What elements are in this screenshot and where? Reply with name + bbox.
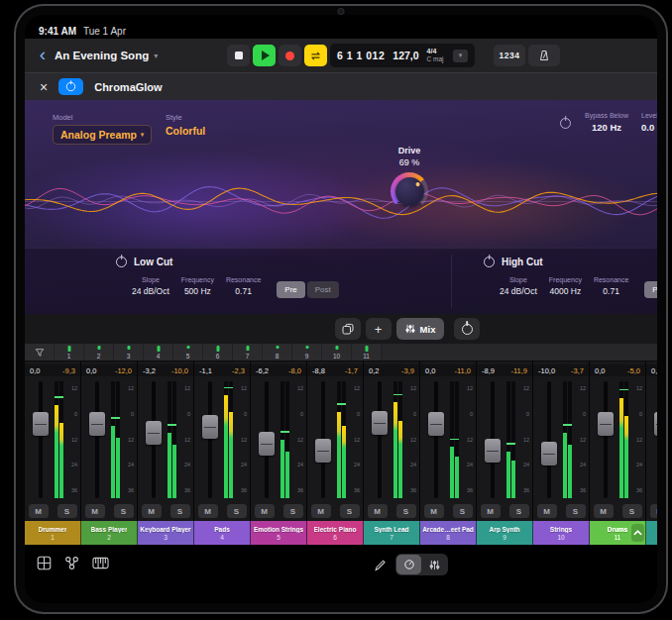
level-control[interactable]: Level 0.0 bbox=[641, 112, 657, 133]
overview-track-4[interactable]: 4 bbox=[144, 344, 173, 361]
solo-button[interactable]: S bbox=[227, 504, 247, 518]
mute-button[interactable]: M bbox=[85, 504, 105, 518]
overview-track-5[interactable]: 5 bbox=[173, 344, 203, 361]
solo-button[interactable]: S bbox=[57, 504, 77, 518]
fader-cap[interactable] bbox=[428, 412, 444, 436]
volume-fader[interactable] bbox=[485, 381, 501, 498]
fader-cap[interactable] bbox=[89, 412, 105, 436]
track-name-7[interactable]: Synth Lead7 bbox=[364, 521, 420, 545]
record-button[interactable] bbox=[279, 45, 301, 66]
fader-cap[interactable] bbox=[598, 412, 614, 436]
model-selector[interactable]: Model Analog Preamp ▾ bbox=[53, 113, 152, 145]
fader-cap[interactable] bbox=[372, 411, 388, 435]
track-name-5[interactable]: Emotion Strings5 bbox=[251, 521, 307, 545]
low-cut-pre-button[interactable]: Pre bbox=[277, 281, 304, 298]
overview-track-10[interactable]: 10 bbox=[322, 344, 352, 361]
volume-fader[interactable] bbox=[541, 381, 557, 498]
cycle-button[interactable] bbox=[304, 45, 327, 66]
track-name-9[interactable]: Arp Synth9 bbox=[477, 521, 533, 545]
fader-cap[interactable] bbox=[654, 412, 657, 436]
fader-cap[interactable] bbox=[315, 439, 331, 463]
plugin-power-button[interactable] bbox=[58, 78, 83, 95]
knob-view-button[interactable] bbox=[396, 555, 421, 574]
track-name-8[interactable]: Arcade…eet Pad8 bbox=[420, 521, 477, 545]
add-track-button[interactable]: + bbox=[366, 318, 392, 340]
track-name-12[interactable]: Chorus V bbox=[646, 521, 657, 545]
chevron-up-icon[interactable] bbox=[631, 524, 644, 542]
lcd-expand-icon[interactable]: ▾ bbox=[453, 50, 468, 62]
count-in-button[interactable]: 1234 bbox=[494, 45, 525, 66]
track-name-1[interactable]: Drummer1 bbox=[25, 521, 81, 545]
high-cut-resonance[interactable]: Resonance 0.71 bbox=[594, 276, 628, 296]
high-cut-slope[interactable]: Slope 24 dB/Oct bbox=[500, 276, 537, 296]
mute-button[interactable]: M bbox=[424, 504, 444, 518]
volume-fader[interactable] bbox=[315, 381, 331, 498]
high-cut-frequency[interactable]: Frequency 4000 Hz bbox=[549, 276, 582, 296]
solo-button[interactable]: S bbox=[453, 504, 473, 518]
volume-fader[interactable] bbox=[89, 381, 105, 498]
fader-cap[interactable] bbox=[541, 442, 557, 465]
solo-button[interactable]: S bbox=[114, 504, 134, 518]
solo-button[interactable]: S bbox=[566, 504, 586, 518]
duplicate-button[interactable] bbox=[335, 318, 361, 340]
volume-fader[interactable] bbox=[428, 381, 444, 498]
close-icon[interactable]: × bbox=[40, 80, 48, 94]
volume-fader[interactable] bbox=[202, 381, 218, 498]
mute-button[interactable]: M bbox=[481, 504, 501, 518]
solo-button[interactable]: S bbox=[396, 504, 416, 518]
track-name-3[interactable]: Keyboard Player3 bbox=[138, 521, 194, 545]
mute-button[interactable]: M bbox=[311, 504, 331, 518]
fader-cap[interactable] bbox=[146, 421, 162, 445]
fader-cap[interactable] bbox=[33, 412, 49, 436]
faders-view-button[interactable] bbox=[422, 555, 447, 574]
bypass-power-icon[interactable] bbox=[560, 118, 571, 129]
stop-button[interactable] bbox=[227, 45, 250, 66]
lcd-display[interactable]: 6 1 1 012 127,0 4/4 C maj ▾ bbox=[330, 44, 475, 67]
solo-button[interactable]: S bbox=[340, 504, 360, 518]
solo-button[interactable]: S bbox=[622, 504, 642, 518]
track-name-10[interactable]: Strings10 bbox=[533, 521, 590, 545]
solo-button[interactable]: S bbox=[283, 504, 303, 518]
solo-button[interactable]: S bbox=[170, 504, 190, 518]
mute-button[interactable]: M bbox=[537, 504, 557, 518]
overview-track-11[interactable]: 11 bbox=[352, 344, 382, 361]
solo-button[interactable]: S bbox=[509, 504, 529, 518]
volume-fader[interactable] bbox=[372, 381, 388, 498]
high-cut-power-icon[interactable] bbox=[484, 257, 495, 267]
mute-button[interactable]: M bbox=[650, 504, 658, 518]
mute-button[interactable]: M bbox=[594, 504, 614, 518]
low-cut-frequency[interactable]: Frequency 500 Hz bbox=[181, 276, 214, 296]
mute-button[interactable]: M bbox=[368, 504, 388, 518]
mute-button[interactable]: M bbox=[142, 504, 162, 518]
bypass-below-control[interactable]: Bypass Below 120 Hz bbox=[578, 112, 635, 133]
overview-track-6[interactable]: 6 bbox=[203, 344, 233, 361]
track-name-11[interactable]: Drums11 bbox=[590, 521, 646, 545]
low-cut-slope[interactable]: Slope 24 dB/Oct bbox=[132, 276, 169, 296]
overview-track-7[interactable]: 7 bbox=[233, 344, 263, 361]
metronome-button[interactable] bbox=[528, 45, 560, 66]
volume-fader[interactable] bbox=[33, 381, 49, 498]
volume-fader[interactable] bbox=[598, 381, 614, 498]
overview-track-8[interactable]: 8 bbox=[263, 344, 292, 361]
mix-button[interactable]: Mix bbox=[396, 318, 445, 340]
filter-button[interactable] bbox=[25, 344, 55, 361]
mute-button[interactable]: M bbox=[255, 504, 275, 518]
mute-button[interactable]: M bbox=[198, 504, 218, 518]
volume-fader[interactable] bbox=[146, 381, 162, 498]
overview-track-2[interactable]: 2 bbox=[84, 344, 114, 361]
track-name-6[interactable]: Electric Piano6 bbox=[307, 521, 364, 545]
keyboard-button[interactable] bbox=[92, 556, 109, 573]
overview-track-1[interactable]: 1 bbox=[55, 344, 84, 361]
mixer-power-button[interactable] bbox=[454, 318, 480, 340]
style-selector[interactable]: Style Colorful bbox=[166, 113, 205, 137]
high-cut-pre-button[interactable]: Pre bbox=[644, 281, 657, 298]
edit-button[interactable] bbox=[374, 559, 387, 571]
back-chevron-icon[interactable]: ‹ bbox=[35, 45, 51, 63]
fader-cap[interactable] bbox=[485, 439, 501, 463]
low-cut-post-button[interactable]: Post bbox=[307, 281, 339, 298]
play-button[interactable] bbox=[253, 45, 276, 66]
fader-cap[interactable] bbox=[202, 415, 218, 439]
volume-fader[interactable] bbox=[259, 381, 275, 498]
track-name-2[interactable]: Bass Player2 bbox=[81, 521, 138, 545]
song-title-menu[interactable]: An Evening Song ▾ bbox=[55, 50, 158, 61]
